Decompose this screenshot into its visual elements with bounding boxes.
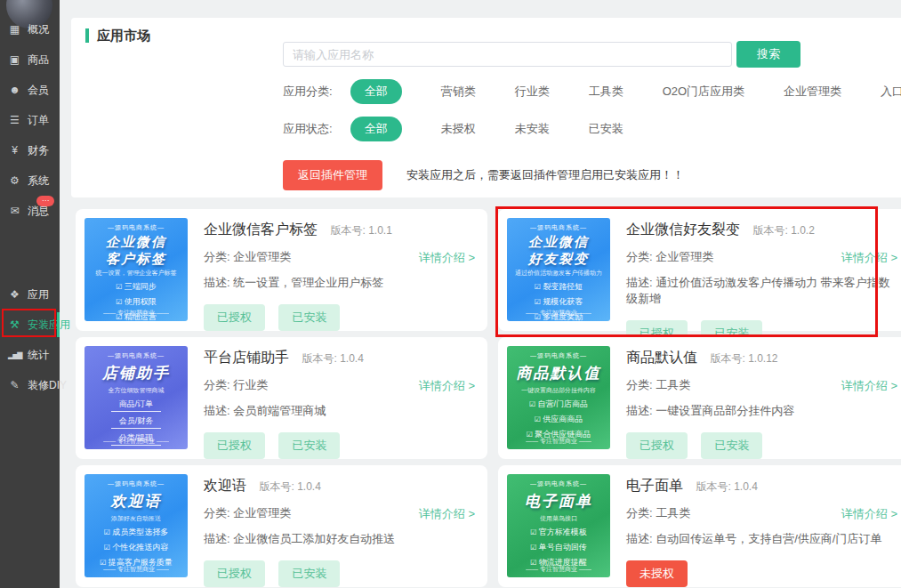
sidebar-item-label: 统计 <box>28 348 49 363</box>
category-option-tools[interactable]: 工具类 <box>589 84 623 100</box>
app-tile-image: —源码电商系统— 店铺助手 全方位细致管理商城 商品/订单 会员/财务 分类/提… <box>84 346 188 449</box>
statistics-icon: ▂▅▇ <box>8 351 21 359</box>
detail-link[interactable]: 详情介绍 > <box>419 250 475 266</box>
unread-badge: ⋯ <box>36 196 54 206</box>
installed-badge: 已安装 <box>278 304 340 331</box>
status-option-installed[interactable]: 已安装 <box>589 121 623 137</box>
authorized-badge: 已授权 <box>204 560 265 587</box>
sidebar-item-orders[interactable]: ☰ 订单 <box>0 105 60 135</box>
tile-tagline: 统一设置，管理企业客户标签 <box>84 269 188 278</box>
tile-tagline: 全方位细致管理商城 <box>84 386 188 395</box>
app-card-welcome-message[interactable]: —源码电商系统— 欢迎语 添加好友自动推送 成员类型选择多 个性化推送内容 提高… <box>76 465 487 587</box>
app-card-body: 电子面单 版本号: 1.0.4 分类: 工具类 描述: 自动回传运单号，支持自营… <box>626 477 901 587</box>
tile-feature: 成员类型选择多 <box>84 527 188 538</box>
tile-tagline: 使用菜鸟接口 <box>507 514 610 523</box>
app-description: 描述: 一键设置商品部分挂件内容 <box>626 403 901 419</box>
decorate-diy-icon: ✎ <box>8 379 21 391</box>
app-name: 企业微信好友裂变 <box>626 222 740 237</box>
overview-icon: ▦ <box>8 23 21 36</box>
sidebar-item-label: 会员 <box>28 83 49 98</box>
detail-link[interactable]: 详情介绍 > <box>419 378 475 394</box>
app-card-wecom-friend-fission[interactable]: —源码电商系统— 企业微信好友裂变 通过价值活动激发客户传播动力 裂变路径短 规… <box>498 209 901 331</box>
app-card-body: 平台店铺助手 版本号: 1.0.4 分类: 行业类 描述: 会员前端管理商城 已… <box>204 349 479 459</box>
authorized-badge: 已授权 <box>204 304 265 331</box>
category-filter-row: 应用分类: 全部 营销类 行业类 工具类 O2O门店应用类 企业管理类 入口类 <box>283 80 901 103</box>
installed-badge: 已安装 <box>278 432 340 459</box>
sidebar-item-statistics[interactable]: ▂▅▇ 统计 <box>0 340 60 370</box>
app-card-product-defaults[interactable]: —源码电商系统— 商品默认值 一键设置商品部分挂件内容 自营/门店商品 供应商商… <box>498 337 901 459</box>
category-option-industry[interactable]: 行业类 <box>515 84 550 100</box>
install-apps-icon: ⚒ <box>8 318 21 331</box>
category-filter-label: 应用分类: <box>283 84 333 100</box>
category-option-entrance[interactable]: 入口类 <box>881 84 901 100</box>
orders-icon: ☰ <box>8 114 21 126</box>
app-tile-image: —源码电商系统— 企业微信好友裂变 通过价值活动激发客户传播动力 裂变路径短 规… <box>507 218 610 321</box>
app-description: 描述: 企业微信员工添加好友自动推送 <box>204 531 479 547</box>
tile-ribbon: —源码电商系统— <box>84 479 188 488</box>
app-card-shop-assistant[interactable]: —源码电商系统— 店铺助手 全方位细致管理商城 商品/订单 会员/财务 分类/提… <box>76 337 487 459</box>
tile-ribbon: —源码电商系统— <box>507 351 610 360</box>
app-description: 描述: 自动回传运单号，支持自营/供应商/门店订单 <box>626 531 901 547</box>
detail-link[interactable]: 详情介绍 > <box>841 506 897 522</box>
tile-title: 企业微信好友裂变 <box>507 234 610 268</box>
detail-link[interactable]: 详情介绍 > <box>841 250 897 266</box>
sidebar-item-messages[interactable]: ✉ 消息 ⋯ <box>0 196 60 226</box>
sidebar-item-products[interactable]: ▣ 商品 <box>0 44 60 75</box>
page-title: 应用市场 <box>85 28 150 43</box>
installed-badge: 已安装 <box>278 560 340 587</box>
category-option-o2o[interactable]: O2O门店应用类 <box>663 84 744 100</box>
tile-ribbon: —源码电商系统— <box>84 351 188 360</box>
back-to-plugin-manager-button[interactable]: 返回插件管理 <box>283 160 382 190</box>
install-warning-text: 安装应用之后，需要返回插件管理启用已安装应用！！ <box>406 167 684 183</box>
search-button[interactable]: 搜索 <box>736 41 800 68</box>
tile-feature: 个性化推送内容 <box>84 542 188 553</box>
tile-feature: 三端同步 <box>84 281 188 293</box>
app-card-wecom-customer-tags[interactable]: —源码电商系统— 企业微信客户标签 统一设置，管理企业客户标签 三端同步 使用权… <box>76 209 487 331</box>
tile-feature: 会员/财务 <box>84 415 188 429</box>
sidebar-menu: ▦ 概况 ▣ 商品 ☻ 会员 ☰ 订单 ¥ 财务 ⚙ 系统 ✉ 消息 ⋯ <box>0 14 60 400</box>
tile-feature: 使用权限 <box>84 296 188 308</box>
sidebar-item-members[interactable]: ☻ 会员 <box>0 75 60 105</box>
app-version: 版本号: 1.0.4 <box>696 480 757 493</box>
authorized-badge: 已授权 <box>204 432 265 459</box>
app-description: 描述: 统一设置，管理企业用户标签 <box>204 275 479 291</box>
sidebar-item-system[interactable]: ⚙ 系统 <box>0 165 60 196</box>
message-icon: ✉ <box>8 205 21 217</box>
app-card-body: 欢迎语 版本号: 1.0.4 分类: 企业管理类 描述: 企业微信员工添加好友自… <box>204 477 479 587</box>
detail-link[interactable]: 详情介绍 > <box>841 378 897 394</box>
status-badges: 已授权 已安装 <box>204 432 479 459</box>
status-option-unauthorized[interactable]: 未授权 <box>441 121 476 137</box>
sidebar-item-apps[interactable]: ❖ 应用 <box>0 279 60 310</box>
tile-feature: 自营/门店商品 <box>507 399 610 410</box>
tile-tagline: 通过价值活动激发客户传播动力 <box>507 269 610 278</box>
tile-feature: 官方标准模板 <box>507 527 610 538</box>
status-option-uninstalled[interactable]: 未安装 <box>515 121 550 137</box>
tile-footer: 专注智慧商业 <box>507 437 610 446</box>
search-input[interactable] <box>283 42 732 67</box>
tile-feature: 裂变路径短 <box>507 281 610 293</box>
category-option-marketing[interactable]: 营销类 <box>441 84 476 100</box>
app-card-electronic-waybill[interactable]: —源码电商系统— 电子面单 使用菜鸟接口 官方标准模板 单号自动回传 物流进度提… <box>498 465 901 587</box>
sidebar-item-finance[interactable]: ¥ 财务 <box>0 135 60 165</box>
sidebar-item-label: 系统 <box>28 173 49 189</box>
sidebar-item-decorate-diy[interactable]: ✎ 装修DIY <box>0 370 60 400</box>
app-version: 版本号: 1.0.4 <box>302 352 363 365</box>
tile-footer: 专注智慧商业 <box>84 437 188 446</box>
finance-icon: ¥ <box>8 144 21 157</box>
status-badges: 已授权 已安装 <box>204 560 479 587</box>
products-icon: ▣ <box>8 53 21 66</box>
category-option-enterprise[interactable]: 企业管理类 <box>784 84 841 100</box>
sidebar-item-install-apps[interactable]: ⚒ 安装应用 <box>0 310 60 340</box>
category-option-all[interactable]: 全部 <box>350 79 402 104</box>
app-version: 版本号: 1.0.1 <box>330 224 391 237</box>
status-option-all[interactable]: 全部 <box>350 117 402 141</box>
detail-link[interactable]: 详情介绍 > <box>419 506 475 522</box>
tile-title: 欢迎语 <box>84 490 188 513</box>
tile-footer: 专注智慧商业 <box>507 565 610 574</box>
app-card-body: 商品默认值 版本号: 1.0.12 分类: 工具类 描述: 一键设置商品部分挂件… <box>626 349 901 459</box>
app-name: 商品默认值 <box>626 350 697 365</box>
sidebar-item-overview[interactable]: ▦ 概况 <box>0 14 60 44</box>
tile-footer: 专注智慧商业 <box>84 309 188 318</box>
app-name: 平台店铺助手 <box>204 350 289 365</box>
status-filter-row: 应用状态: 全部 未授权 未安装 已安装 <box>283 117 623 141</box>
